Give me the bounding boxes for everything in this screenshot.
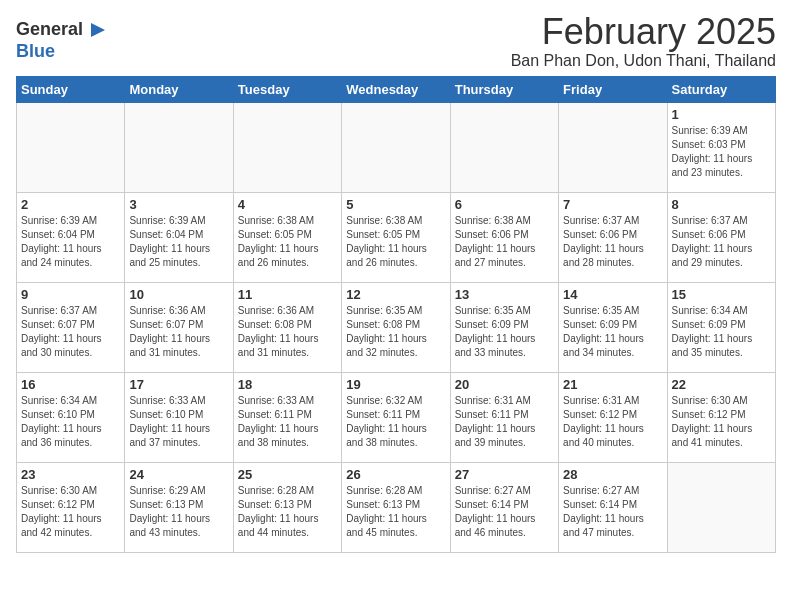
day-number: 4 (238, 197, 337, 212)
day-info: Sunrise: 6:35 AMSunset: 6:09 PMDaylight:… (455, 304, 554, 360)
day-info: Sunrise: 6:34 AMSunset: 6:09 PMDaylight:… (672, 304, 771, 360)
day-number: 1 (672, 107, 771, 122)
header: General Blue February 2025 Ban Phan Don,… (16, 12, 776, 70)
header-saturday: Saturday (667, 76, 775, 102)
day-number: 28 (563, 467, 662, 482)
header-monday: Monday (125, 76, 233, 102)
table-row: 26Sunrise: 6:28 AMSunset: 6:13 PMDayligh… (342, 462, 450, 552)
day-info: Sunrise: 6:37 AMSunset: 6:06 PMDaylight:… (672, 214, 771, 270)
table-row: 6Sunrise: 6:38 AMSunset: 6:06 PMDaylight… (450, 192, 558, 282)
calendar-subtitle: Ban Phan Don, Udon Thani, Thailand (511, 52, 776, 70)
table-row: 16Sunrise: 6:34 AMSunset: 6:10 PMDayligh… (17, 372, 125, 462)
calendar-week-row: 16Sunrise: 6:34 AMSunset: 6:10 PMDayligh… (17, 372, 776, 462)
table-row: 10Sunrise: 6:36 AMSunset: 6:07 PMDayligh… (125, 282, 233, 372)
day-number: 26 (346, 467, 445, 482)
header-friday: Friday (559, 76, 667, 102)
table-row: 25Sunrise: 6:28 AMSunset: 6:13 PMDayligh… (233, 462, 341, 552)
calendar-week-row: 23Sunrise: 6:30 AMSunset: 6:12 PMDayligh… (17, 462, 776, 552)
day-info: Sunrise: 6:27 AMSunset: 6:14 PMDaylight:… (455, 484, 554, 540)
table-row: 17Sunrise: 6:33 AMSunset: 6:10 PMDayligh… (125, 372, 233, 462)
day-number: 23 (21, 467, 120, 482)
day-info: Sunrise: 6:30 AMSunset: 6:12 PMDaylight:… (21, 484, 120, 540)
day-number: 12 (346, 287, 445, 302)
table-row: 24Sunrise: 6:29 AMSunset: 6:13 PMDayligh… (125, 462, 233, 552)
calendar-body: 1Sunrise: 6:39 AMSunset: 6:03 PMDaylight… (17, 102, 776, 552)
table-row: 23Sunrise: 6:30 AMSunset: 6:12 PMDayligh… (17, 462, 125, 552)
day-info: Sunrise: 6:34 AMSunset: 6:10 PMDaylight:… (21, 394, 120, 450)
svg-marker-0 (91, 23, 105, 37)
header-thursday: Thursday (450, 76, 558, 102)
day-info: Sunrise: 6:31 AMSunset: 6:11 PMDaylight:… (455, 394, 554, 450)
day-number: 13 (455, 287, 554, 302)
table-row: 14Sunrise: 6:35 AMSunset: 6:09 PMDayligh… (559, 282, 667, 372)
day-number: 25 (238, 467, 337, 482)
day-info: Sunrise: 6:28 AMSunset: 6:13 PMDaylight:… (238, 484, 337, 540)
table-row: 19Sunrise: 6:32 AMSunset: 6:11 PMDayligh… (342, 372, 450, 462)
table-row: 13Sunrise: 6:35 AMSunset: 6:09 PMDayligh… (450, 282, 558, 372)
day-info: Sunrise: 6:39 AMSunset: 6:04 PMDaylight:… (129, 214, 228, 270)
table-row: 5Sunrise: 6:38 AMSunset: 6:05 PMDaylight… (342, 192, 450, 282)
logo-general: General (16, 20, 83, 38)
table-row: 11Sunrise: 6:36 AMSunset: 6:08 PMDayligh… (233, 282, 341, 372)
day-info: Sunrise: 6:39 AMSunset: 6:04 PMDaylight:… (21, 214, 120, 270)
day-number: 8 (672, 197, 771, 212)
day-number: 11 (238, 287, 337, 302)
table-row (233, 102, 341, 192)
day-number: 7 (563, 197, 662, 212)
weekday-header-row: Sunday Monday Tuesday Wednesday Thursday… (17, 76, 776, 102)
header-sunday: Sunday (17, 76, 125, 102)
table-row: 8Sunrise: 6:37 AMSunset: 6:06 PMDaylight… (667, 192, 775, 282)
day-number: 5 (346, 197, 445, 212)
title-block: February 2025 Ban Phan Don, Udon Thani, … (511, 12, 776, 70)
day-info: Sunrise: 6:39 AMSunset: 6:03 PMDaylight:… (672, 124, 771, 180)
page: General Blue February 2025 Ban Phan Don,… (0, 0, 792, 565)
day-number: 2 (21, 197, 120, 212)
day-info: Sunrise: 6:29 AMSunset: 6:13 PMDaylight:… (129, 484, 228, 540)
table-row (17, 102, 125, 192)
day-number: 19 (346, 377, 445, 392)
calendar-title: February 2025 (511, 12, 776, 52)
day-info: Sunrise: 6:38 AMSunset: 6:05 PMDaylight:… (238, 214, 337, 270)
table-row: 3Sunrise: 6:39 AMSunset: 6:04 PMDaylight… (125, 192, 233, 282)
day-number: 21 (563, 377, 662, 392)
table-row: 15Sunrise: 6:34 AMSunset: 6:09 PMDayligh… (667, 282, 775, 372)
table-row (450, 102, 558, 192)
table-row: 27Sunrise: 6:27 AMSunset: 6:14 PMDayligh… (450, 462, 558, 552)
day-number: 10 (129, 287, 228, 302)
day-info: Sunrise: 6:35 AMSunset: 6:08 PMDaylight:… (346, 304, 445, 360)
logo-icon (85, 16, 109, 42)
day-info: Sunrise: 6:28 AMSunset: 6:13 PMDaylight:… (346, 484, 445, 540)
header-tuesday: Tuesday (233, 76, 341, 102)
day-info: Sunrise: 6:38 AMSunset: 6:06 PMDaylight:… (455, 214, 554, 270)
day-info: Sunrise: 6:32 AMSunset: 6:11 PMDaylight:… (346, 394, 445, 450)
calendar-header: Sunday Monday Tuesday Wednesday Thursday… (17, 76, 776, 102)
table-row: 9Sunrise: 6:37 AMSunset: 6:07 PMDaylight… (17, 282, 125, 372)
day-number: 3 (129, 197, 228, 212)
day-number: 16 (21, 377, 120, 392)
day-info: Sunrise: 6:38 AMSunset: 6:05 PMDaylight:… (346, 214, 445, 270)
table-row: 4Sunrise: 6:38 AMSunset: 6:05 PMDaylight… (233, 192, 341, 282)
table-row: 7Sunrise: 6:37 AMSunset: 6:06 PMDaylight… (559, 192, 667, 282)
day-info: Sunrise: 6:36 AMSunset: 6:08 PMDaylight:… (238, 304, 337, 360)
day-number: 18 (238, 377, 337, 392)
day-number: 6 (455, 197, 554, 212)
day-number: 22 (672, 377, 771, 392)
table-row (667, 462, 775, 552)
table-row (342, 102, 450, 192)
table-row: 28Sunrise: 6:27 AMSunset: 6:14 PMDayligh… (559, 462, 667, 552)
logo-blue: Blue (16, 42, 55, 60)
day-number: 27 (455, 467, 554, 482)
table-row (125, 102, 233, 192)
logo: General Blue (16, 16, 109, 60)
day-info: Sunrise: 6:35 AMSunset: 6:09 PMDaylight:… (563, 304, 662, 360)
day-info: Sunrise: 6:36 AMSunset: 6:07 PMDaylight:… (129, 304, 228, 360)
calendar-week-row: 1Sunrise: 6:39 AMSunset: 6:03 PMDaylight… (17, 102, 776, 192)
day-info: Sunrise: 6:33 AMSunset: 6:11 PMDaylight:… (238, 394, 337, 450)
table-row: 21Sunrise: 6:31 AMSunset: 6:12 PMDayligh… (559, 372, 667, 462)
day-number: 9 (21, 287, 120, 302)
day-number: 14 (563, 287, 662, 302)
table-row: 2Sunrise: 6:39 AMSunset: 6:04 PMDaylight… (17, 192, 125, 282)
day-info: Sunrise: 6:30 AMSunset: 6:12 PMDaylight:… (672, 394, 771, 450)
day-number: 24 (129, 467, 228, 482)
table-row: 20Sunrise: 6:31 AMSunset: 6:11 PMDayligh… (450, 372, 558, 462)
